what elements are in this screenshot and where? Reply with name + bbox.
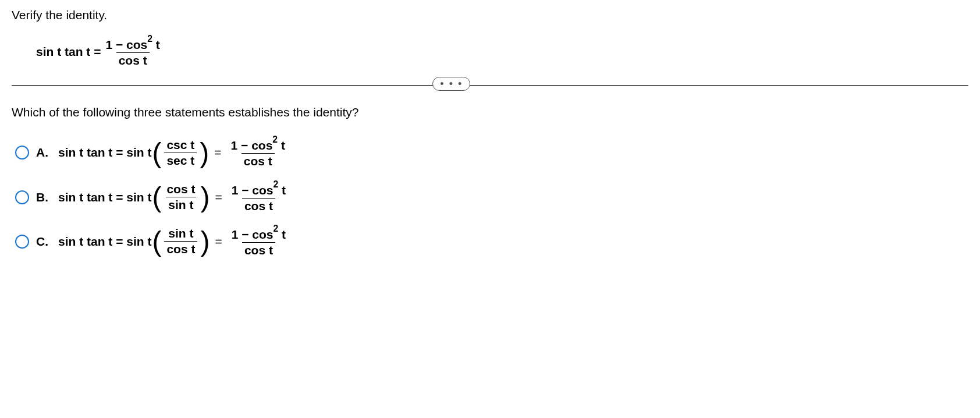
close-paren-icon: ) [199, 140, 210, 165]
choice-a-rhs-tail: t [278, 139, 285, 152]
open-paren-icon: ( [151, 185, 162, 210]
choice-b-lhs: sin t tan t = sin t [58, 190, 151, 204]
open-paren-icon: ( [151, 229, 162, 254]
choice-b-rhs-den: cos t [242, 198, 275, 213]
choice-b-mid-num: cos t [164, 182, 197, 197]
choice-a-mid-den: sec t [164, 153, 197, 168]
choice-a-rhs-den: cos t [242, 153, 275, 168]
choice-c-lhs: sin t tan t = sin t [58, 235, 151, 249]
choice-a-rhs-num-base: 1 − cos [231, 139, 273, 152]
choice-c[interactable]: C. sin t tan t = sin t ( sin t cos t ) =… [15, 226, 968, 257]
identity-rhs-fraction: 1 − cos2 t cos t [103, 36, 162, 68]
choice-a-mid-frac: csc t sec t [164, 138, 197, 168]
choice-c-mid-den: cos t [164, 241, 197, 256]
radio-a[interactable] [15, 146, 29, 160]
choice-c-mid-frac: sin t cos t [164, 226, 197, 256]
choice-a-rhs-frac: 1 − cos2 t cos t [229, 137, 287, 168]
choice-a-expr: sin t tan t = sin t ( csc t sec t ) = 1 … [58, 137, 290, 168]
identity-rhs-den: cos t [116, 52, 150, 68]
choice-b-rhs-tail: t [278, 183, 286, 197]
radio-c[interactable] [15, 235, 29, 249]
identity-rhs-sup: 2 [147, 34, 152, 44]
choice-c-rhs-sup: 2 [274, 224, 279, 233]
choice-b[interactable]: B. sin t tan t = sin t ( cos t sin t ) =… [15, 182, 968, 213]
choice-b-mid-frac: cos t sin t [164, 182, 197, 212]
open-paren-icon: ( [151, 140, 162, 165]
choice-c-rhs-tail: t [278, 228, 286, 241]
equals-icon: = [214, 146, 221, 160]
question-text: Which of the following three statements … [12, 105, 968, 119]
choice-b-rhs-num-base: 1 − cos [232, 183, 274, 197]
equals-icon: = [215, 190, 222, 204]
choice-c-rhs-num-base: 1 − cos [232, 228, 274, 241]
choice-b-expr: sin t tan t = sin t ( cos t sin t ) = 1 … [58, 182, 290, 213]
identity-rhs-num-tail: t [152, 38, 160, 51]
identity-rhs-num-base: 1 − cos [105, 38, 147, 51]
choice-a[interactable]: A. sin t tan t = sin t ( csc t sec t ) =… [15, 137, 968, 168]
choice-a-lhs: sin t tan t = sin t [58, 146, 151, 160]
choice-label-c: C. [36, 235, 52, 249]
choice-a-rhs-sup: 2 [272, 134, 278, 144]
choice-label-b: B. [36, 190, 52, 204]
identity-lhs: sin t tan t = [36, 45, 101, 59]
divider-line [12, 85, 968, 86]
radio-b[interactable] [15, 190, 29, 204]
choice-c-expr: sin t tan t = sin t ( sin t cos t ) = 1 … [58, 226, 290, 257]
identity-expression: sin t tan t = 1 − cos2 t cos t [36, 36, 165, 68]
close-paren-icon: ) [200, 185, 210, 210]
choice-label-a: A. [36, 146, 52, 160]
divider-pill[interactable]: • • • [432, 77, 470, 91]
choice-c-rhs-den: cos t [242, 242, 275, 257]
choice-a-mid-num: csc t [164, 138, 197, 153]
equals-icon: = [215, 235, 222, 249]
choice-c-mid-num: sin t [166, 226, 196, 241]
instruction-text: Verify the identity. [12, 8, 968, 22]
choice-b-rhs-frac: 1 − cos2 t cos t [229, 182, 288, 213]
choice-b-mid-den: sin t [166, 197, 196, 212]
choice-c-rhs-frac: 1 − cos2 t cos t [229, 226, 288, 257]
close-paren-icon: ) [200, 229, 210, 254]
choice-b-rhs-sup: 2 [274, 179, 279, 189]
divider: • • • [12, 85, 968, 86]
